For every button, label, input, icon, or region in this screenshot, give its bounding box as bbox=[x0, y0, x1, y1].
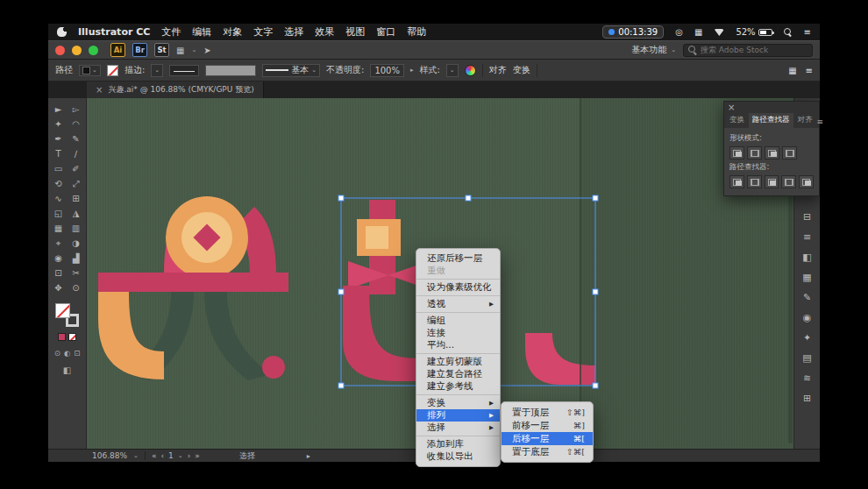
menu-item-make-guides[interactable]: 建立参考线 bbox=[416, 380, 500, 393]
menu-item-perspective[interactable]: 透视▶ bbox=[416, 298, 500, 310]
outline-button[interactable] bbox=[799, 175, 814, 188]
menu-item-add-to-library[interactable]: 添加到库 bbox=[416, 438, 500, 450]
type-tool[interactable]: T bbox=[51, 146, 67, 161]
spotlight-icon[interactable] bbox=[784, 28, 793, 37]
color-panel-icon[interactable]: ◧ bbox=[800, 251, 815, 263]
intersect-button[interactable] bbox=[765, 146, 779, 159]
magic-wand-tool[interactable]: ✦ bbox=[51, 117, 67, 131]
menu-edit[interactable]: 编辑 bbox=[192, 25, 211, 39]
menu-view[interactable]: 视图 bbox=[345, 25, 365, 39]
last-artboard-icon[interactable]: » bbox=[195, 451, 200, 460]
eyedropper-tool[interactable]: ⌖ bbox=[51, 236, 67, 251]
display-icon[interactable]: ◎ bbox=[675, 27, 683, 37]
submenu-item-bring-forward[interactable]: 前移一层⌘] bbox=[502, 419, 593, 432]
swatches-panel-icon[interactable]: ▦ bbox=[800, 271, 815, 283]
rotate-tool[interactable]: ⟲ bbox=[51, 176, 67, 191]
bridge-button[interactable]: Br bbox=[132, 43, 147, 57]
style-dropdown[interactable]: ⌄ bbox=[446, 64, 459, 77]
chevron-down-icon[interactable]: ⌄ bbox=[133, 453, 139, 459]
draw-normal-icon[interactable]: ⊙ bbox=[54, 349, 60, 358]
direct-selection-tool[interactable]: ▻ bbox=[68, 102, 84, 117]
appearance-panel-icon[interactable]: ✦ bbox=[800, 331, 815, 344]
paintbrush-tool[interactable]: ✐ bbox=[68, 161, 84, 176]
menu-item-undo-send-backward[interactable]: 还原后移一层 bbox=[416, 252, 500, 265]
workspace-switcher[interactable]: 基本功能 ⌄ bbox=[631, 44, 676, 56]
free-transform-tool[interactable]: ⊞ bbox=[68, 191, 84, 206]
menu-item-arrange[interactable]: 排列▶ bbox=[416, 409, 500, 422]
menu-object[interactable]: 对象 bbox=[223, 25, 242, 39]
stroke-weight-dropdown[interactable]: ⌄ bbox=[151, 64, 163, 77]
line-segment-tool[interactable]: ∕ bbox=[68, 146, 84, 161]
merge-button[interactable] bbox=[765, 175, 779, 188]
zoom-tool[interactable]: ⊙ bbox=[68, 280, 84, 295]
crop-button[interactable] bbox=[781, 175, 796, 188]
brushes-panel-icon[interactable]: ✎ bbox=[800, 291, 815, 303]
divide-button[interactable] bbox=[729, 175, 744, 188]
menu-item-group[interactable]: 编组 bbox=[416, 315, 500, 327]
panel-menu-icon[interactable]: ≡ bbox=[806, 66, 813, 75]
stock-button[interactable]: St bbox=[154, 43, 169, 57]
next-artboard-icon[interactable]: › bbox=[188, 451, 191, 460]
scroll-right-icon[interactable]: ▸ bbox=[307, 452, 310, 460]
menu-item-collect-for-export[interactable]: 收集以导出 bbox=[416, 450, 500, 463]
adobe-stock-search[interactable] bbox=[683, 44, 813, 57]
symbols-panel-icon[interactable]: ◉ bbox=[800, 311, 815, 323]
trim-button[interactable] bbox=[747, 175, 762, 188]
gradient-tool[interactable]: ▥ bbox=[68, 221, 84, 236]
tab-pathfinder[interactable]: 路径查找器 bbox=[749, 113, 793, 128]
menu-item-make-compound-path[interactable]: 建立复合路径 bbox=[416, 368, 500, 380]
menu-item-join[interactable]: 连接 bbox=[416, 327, 500, 339]
draw-inside-icon[interactable]: ⊡ bbox=[74, 349, 80, 358]
arrange-documents-icon[interactable]: ▦ bbox=[176, 46, 184, 55]
document-tab[interactable]: × 兴趣.ai* @ 106.88% (CMYK/GPU 预览) bbox=[87, 82, 264, 98]
draw-behind-icon[interactable]: ◐ bbox=[64, 349, 70, 358]
perspective-grid-tool[interactable]: ◮ bbox=[68, 206, 84, 221]
fill-proxy-swatch[interactable] bbox=[55, 303, 70, 318]
recording-timer[interactable]: 00:13:39 bbox=[602, 25, 664, 39]
menu-type[interactable]: 文字 bbox=[253, 25, 273, 39]
first-artboard-icon[interactable]: « bbox=[152, 451, 157, 460]
fill-stroke-control[interactable] bbox=[55, 303, 79, 327]
battery-indicator[interactable]: 52% bbox=[736, 27, 772, 37]
submenu-item-send-backward[interactable]: 后移一层⌘[ bbox=[502, 432, 593, 445]
graphic-styles-panel-icon[interactable]: ▤ bbox=[800, 351, 815, 364]
submenu-item-send-to-back[interactable]: 置于底层⇧⌘[ bbox=[502, 445, 593, 458]
slice-tool[interactable]: ✂ bbox=[68, 266, 84, 280]
tab-align[interactable]: 对齐 bbox=[794, 113, 816, 128]
unite-button[interactable] bbox=[729, 146, 744, 159]
recolor-artwork-icon[interactable] bbox=[465, 65, 476, 76]
rectangle-tool[interactable]: ▭ bbox=[51, 161, 67, 176]
collapse-panels-icon[interactable]: ⊟ bbox=[800, 210, 815, 223]
chevron-down-icon[interactable]: ⌄ bbox=[178, 453, 183, 459]
menu-item-select[interactable]: 选择▶ bbox=[416, 422, 500, 434]
shape-builder-tool[interactable]: ◱ bbox=[51, 206, 67, 221]
color-swatch-button[interactable] bbox=[58, 333, 66, 341]
prev-artboard-icon[interactable]: ‹ bbox=[160, 451, 164, 460]
apple-icon[interactable] bbox=[57, 27, 67, 37]
menu-select[interactable]: 选择 bbox=[284, 25, 303, 39]
align-button[interactable]: 对齐 bbox=[489, 64, 507, 76]
tab-transform[interactable]: 变换 bbox=[726, 113, 748, 128]
chevron-right-icon[interactable]: ▸ bbox=[410, 67, 414, 74]
close-panel-icon[interactable]: × bbox=[728, 103, 735, 112]
menu-effect[interactable]: 效果 bbox=[315, 25, 334, 39]
hand-tool[interactable]: ✥ bbox=[51, 280, 67, 295]
layers-panel-icon[interactable]: ≋ bbox=[800, 372, 815, 384]
variable-width-profile[interactable] bbox=[205, 65, 256, 76]
search-input[interactable] bbox=[699, 45, 808, 55]
transform-button[interactable]: 变换 bbox=[513, 64, 530, 76]
brush-dropdown[interactable]: 基本 ⌄ bbox=[262, 64, 320, 77]
minimize-window-button[interactable] bbox=[72, 46, 82, 55]
isolate-icon[interactable]: ▦ bbox=[788, 66, 796, 75]
menu-window[interactable]: 窗口 bbox=[376, 25, 395, 39]
fill-color-picker[interactable]: ⌄ bbox=[79, 65, 101, 76]
pen-tool[interactable]: ✒ bbox=[51, 131, 67, 146]
selection-tool[interactable]: ► bbox=[51, 102, 67, 117]
zoom-level[interactable]: 106.88% bbox=[92, 451, 127, 460]
wifi-icon[interactable] bbox=[714, 28, 724, 36]
opacity-value[interactable]: 100% bbox=[370, 64, 404, 77]
submenu-item-bring-to-front[interactable]: 置于顶层⇧⌘] bbox=[502, 406, 593, 419]
blend-tool[interactable]: ◑ bbox=[68, 236, 84, 251]
symbol-sprayer-tool[interactable]: ◉ bbox=[51, 251, 67, 266]
menu-item-make-clipping-mask[interactable]: 建立剪切蒙版 bbox=[416, 356, 500, 368]
